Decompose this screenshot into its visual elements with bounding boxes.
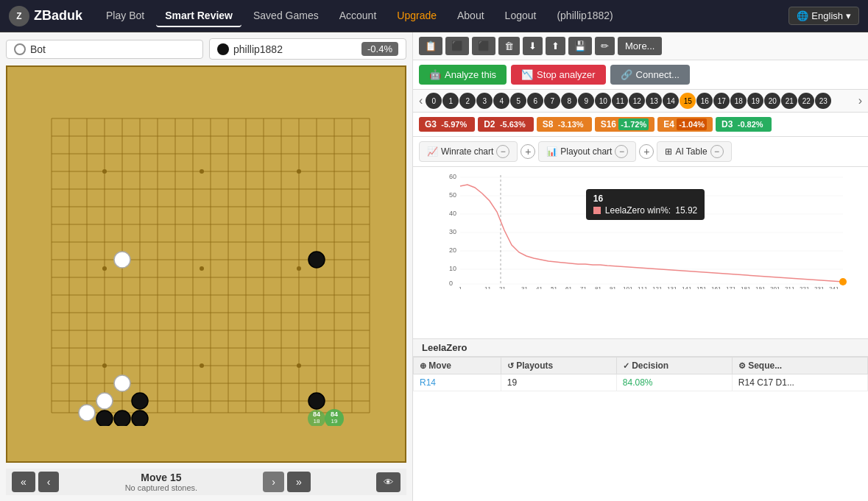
svg-text:31: 31 — [521, 285, 528, 289]
tab-playout[interactable]: 📊 Playout chart − — [538, 141, 636, 162]
svg-point-41 — [200, 266, 204, 271]
svg-text:161: 161 — [711, 285, 721, 289]
svg-text:171: 171 — [726, 285, 736, 289]
nav-username: (phillip1882) — [548, 5, 621, 27]
hint-d2[interactable]: D2 -5.63% — [478, 117, 534, 132]
move-num-0[interactable]: 0 — [426, 93, 442, 109]
eye-button[interactable]: 👁 — [376, 472, 401, 492]
go-board-container[interactable]: 84 19 84 18 — [6, 65, 406, 463]
svg-text:151: 151 — [696, 285, 707, 289]
move-num-17[interactable]: 17 — [713, 93, 730, 109]
hint-s16[interactable]: S16 -1.72% — [595, 117, 655, 132]
svg-point-40 — [297, 363, 301, 368]
main-layout: Bot phillip1882 -0.4% — [0, 32, 868, 501]
action-bar: 🤖 Analyze this 📉 Stop analyzer 🔗 Connect… — [413, 60, 868, 90]
tab-ai-remove[interactable]: − — [710, 145, 724, 158]
move-num-4[interactable]: 4 — [493, 93, 509, 109]
svg-text:211: 211 — [785, 285, 795, 289]
tool-save-button[interactable]: 💾 — [568, 37, 592, 55]
first-move-button[interactable]: « — [12, 472, 35, 492]
tool-delete-button[interactable]: 🗑 — [498, 37, 520, 55]
chart-tabs: 📈 Winrate chart − + 📊 Playout chart − + … — [413, 137, 868, 167]
tab-ai-add[interactable]: + — [639, 144, 654, 159]
hint-s8[interactable]: S8 -3.13% — [537, 117, 592, 132]
navbar: Z ZBaduk Play Bot Smart Review Saved Gam… — [0, 0, 868, 32]
hint-d3[interactable]: D3 -0.82% — [716, 117, 772, 132]
move-num-8[interactable]: 8 — [561, 93, 577, 109]
col-playouts: ↺ Playouts — [501, 357, 616, 374]
move-num-21[interactable]: 21 — [781, 93, 797, 109]
move-num-20[interactable]: 20 — [764, 93, 780, 109]
svg-point-43 — [297, 266, 301, 271]
move-num-16[interactable]: 16 — [696, 93, 713, 109]
nav-logout[interactable]: Logout — [496, 5, 546, 27]
nav-play-bot[interactable]: Play Bot — [97, 5, 153, 27]
svg-text:191: 191 — [755, 285, 766, 289]
stop-button[interactable]: 📉 Stop analyzer — [511, 65, 606, 85]
move-num-19[interactable]: 19 — [747, 93, 763, 109]
analyze-button[interactable]: 🤖 Analyze this — [419, 65, 507, 85]
move-num-2[interactable]: 2 — [459, 93, 476, 109]
svg-text:0: 0 — [449, 280, 453, 287]
svg-point-45 — [200, 363, 204, 368]
next-move-button[interactable]: › — [263, 472, 284, 492]
leelazero-tab[interactable]: LeelaZero — [413, 339, 868, 357]
tab-playout-add[interactable]: + — [521, 144, 535, 159]
connect-button[interactable]: 🔗 Connect... — [610, 65, 690, 85]
tool-edit-button[interactable]: ✏ — [595, 37, 615, 55]
tool-download-button[interactable]: ⬇ — [523, 37, 543, 55]
move-num-5[interactable]: 5 — [510, 93, 526, 109]
more-button[interactable]: More... — [618, 37, 662, 55]
go-board-svg[interactable]: 84 19 84 18 — [33, 102, 379, 426]
black-player-name: phillip1882 — [233, 43, 283, 55]
tool-black-button[interactable]: ⬛ — [445, 37, 469, 55]
tool-copy2-button[interactable]: ⬛ — [472, 37, 495, 55]
tool-copy-button[interactable]: 📋 — [419, 37, 442, 55]
svg-text:18: 18 — [314, 418, 320, 424]
move-num-14[interactable]: 14 — [663, 93, 679, 109]
move-num-18[interactable]: 18 — [730, 93, 747, 109]
move-num-23[interactable]: 23 — [815, 93, 831, 109]
prev-move-button[interactable]: ‹ — [38, 472, 60, 492]
move-num-6[interactable]: 6 — [527, 93, 543, 109]
tab-ai[interactable]: ⊞ AI Table − — [657, 141, 731, 162]
move-num-22[interactable]: 22 — [798, 93, 814, 109]
move-num-3[interactable]: 3 — [476, 93, 493, 109]
tool-upload-button[interactable]: ⬆ — [546, 37, 565, 55]
move-label: Move 15 — [125, 472, 197, 483]
move-num-12[interactable]: 12 — [629, 93, 645, 109]
analysis-table: ⊕ Move ↺ Playouts ✓ Decision ⚙ Seque... — [413, 357, 868, 391]
hint-e4[interactable]: E4 -1.04% — [657, 117, 713, 132]
robot-icon: 🤖 — [429, 69, 441, 80]
hint-g3[interactable]: G3 -5.97% — [419, 117, 475, 132]
move-num-15[interactable]: 15 — [680, 93, 696, 109]
nav-about[interactable]: About — [448, 5, 493, 27]
svg-point-82 — [839, 278, 847, 285]
tab-winrate[interactable]: 📈 Winrate chart − — [419, 141, 518, 162]
scroll-left-arrow[interactable]: ‹ — [416, 94, 426, 107]
move-num-scroll: 0 1 2 3 4 5 6 7 8 9 10 11 12 13 14 15 16… — [426, 93, 855, 109]
scroll-right-arrow[interactable]: › — [855, 94, 865, 107]
cell-move[interactable]: R14 — [414, 374, 501, 391]
svg-text:60: 60 — [449, 173, 456, 180]
move-num-7[interactable]: 7 — [544, 93, 560, 109]
tab-playout-remove[interactable]: − — [615, 145, 628, 158]
svg-text:84: 84 — [331, 411, 338, 418]
tab-winrate-remove[interactable]: − — [496, 145, 509, 158]
black-stone-icon — [217, 43, 229, 55]
move-num-10[interactable]: 10 — [595, 93, 611, 109]
svg-text:11: 11 — [484, 285, 491, 289]
move-num-13[interactable]: 13 — [646, 93, 662, 109]
captured-label: No captured stones. — [125, 483, 197, 492]
move-num-11[interactable]: 11 — [612, 93, 628, 109]
last-move-button[interactable]: » — [287, 472, 311, 492]
move-num-1[interactable]: 1 — [442, 93, 459, 109]
language-button[interactable]: 🌐 English ▾ — [788, 7, 859, 25]
move-num-9[interactable]: 9 — [578, 93, 594, 109]
nav-account[interactable]: Account — [331, 5, 386, 27]
col-decision: ✓ Decision — [616, 357, 732, 374]
nav-upgrade[interactable]: Upgrade — [388, 5, 445, 27]
nav-smart-review[interactable]: Smart Review — [156, 5, 241, 27]
line-chart-icon: 📈 — [427, 146, 438, 157]
nav-saved-games[interactable]: Saved Games — [244, 5, 328, 27]
